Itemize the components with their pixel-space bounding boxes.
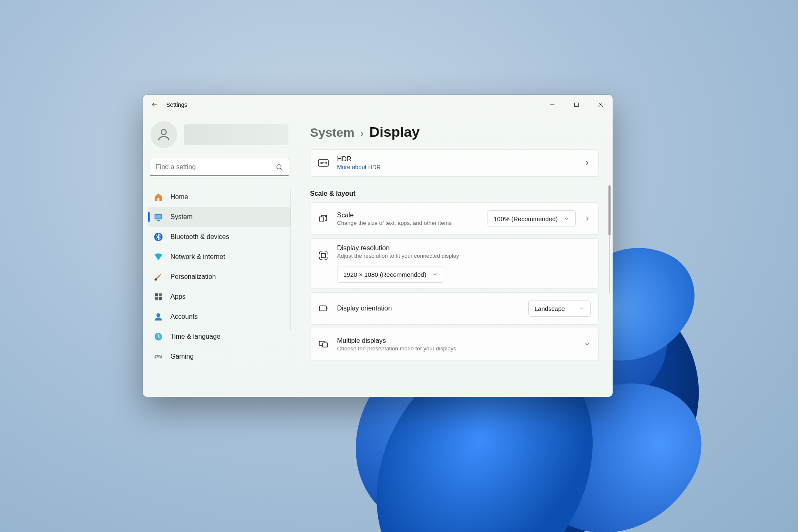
svg-point-14 [159, 356, 160, 357]
orientation-dropdown[interactable]: Landscape [528, 300, 591, 317]
person-icon [156, 127, 171, 142]
orientation-value: Landscape [534, 305, 565, 312]
svg-text:HDR: HDR [320, 161, 327, 165]
svg-rect-4 [155, 215, 162, 219]
chevron-right-icon [584, 215, 591, 222]
sidebar: Home System Bluetooth & devices Network … [143, 115, 296, 397]
svg-rect-18 [320, 217, 324, 221]
scale-value: 100% (Recommended) [494, 215, 558, 222]
hdr-link[interactable]: More about HDR [337, 164, 576, 170]
arrow-left-icon [151, 101, 158, 108]
resolution-value: 1920 × 1080 (Recommended) [343, 271, 426, 278]
chevron-right-icon: › [360, 128, 364, 139]
wifi-icon [154, 252, 163, 261]
svg-point-1 [161, 130, 166, 135]
scale-dropdown[interactable]: 100% (Recommended) [488, 210, 576, 227]
hdr-card[interactable]: HDR HDR More about HDR [310, 149, 598, 177]
sidebar-item-label: Personalization [170, 273, 216, 281]
close-button[interactable] [589, 95, 613, 115]
maximize-button[interactable] [564, 95, 589, 115]
svg-rect-22 [323, 343, 328, 347]
svg-rect-9 [159, 293, 162, 296]
profile-name-redacted [184, 124, 288, 145]
svg-point-7 [155, 278, 157, 281]
multiple-displays-subtitle: Choose the presentation mode for your di… [337, 345, 576, 352]
hdr-title: HDR [337, 155, 576, 163]
app-title: Settings [166, 101, 187, 108]
close-icon [598, 102, 603, 107]
profile-section[interactable] [148, 119, 291, 155]
sidebar-item-network[interactable]: Network & internet [148, 247, 291, 267]
hdr-icon: HDR [318, 158, 329, 168]
brush-icon [154, 272, 163, 281]
home-icon [154, 192, 163, 202]
svg-rect-0 [575, 103, 579, 107]
chevron-down-icon [584, 341, 591, 347]
multiple-displays-title: Multiple displays [337, 337, 576, 345]
sidebar-item-personalization[interactable]: Personalization [148, 267, 291, 287]
sidebar-item-system[interactable]: System [148, 207, 291, 227]
svg-rect-8 [155, 293, 158, 296]
scale-subtitle: Change the size of text, apps, and other… [337, 220, 479, 226]
svg-rect-10 [155, 297, 158, 300]
system-icon [154, 212, 163, 222]
svg-point-12 [156, 313, 160, 317]
sidebar-item-home[interactable]: Home [148, 187, 291, 207]
page-title: Display [369, 124, 420, 140]
svg-point-15 [160, 355, 161, 356]
sidebar-item-bluetooth[interactable]: Bluetooth & devices [148, 227, 291, 247]
orientation-icon [318, 303, 329, 314]
scale-icon [318, 213, 329, 224]
back-button[interactable] [150, 101, 159, 109]
sidebar-item-time-language[interactable]: Time & language [148, 327, 291, 347]
search-icon [276, 163, 283, 171]
titlebar: Settings [143, 95, 613, 115]
scrollbar[interactable] [609, 185, 610, 293]
sidebar-item-apps[interactable]: Apps [148, 287, 291, 307]
resolution-subtitle: Adjust the resolution to fit your connec… [337, 253, 591, 259]
minimize-icon [550, 102, 555, 107]
sidebar-item-label: Accounts [170, 313, 198, 320]
multiple-displays-icon [318, 339, 329, 350]
resolution-title: Display resolution [337, 244, 591, 252]
sidebar-item-label: Apps [170, 293, 185, 300]
chevron-down-icon [432, 271, 438, 277]
sidebar-item-accounts[interactable]: Accounts [148, 307, 291, 327]
sidebar-item-label: Home [170, 193, 188, 201]
svg-point-2 [277, 165, 281, 169]
sidebar-item-label: Network & internet [170, 253, 225, 261]
orientation-title: Display orientation [337, 305, 520, 312]
apps-icon [154, 292, 163, 301]
chevron-down-icon [564, 216, 569, 222]
svg-rect-11 [159, 297, 162, 300]
sidebar-item-label: System [170, 213, 192, 221]
breadcrumb: System › Display [310, 124, 598, 140]
scale-title: Scale [337, 212, 479, 219]
sidebar-item-label: Bluetooth & devices [170, 233, 229, 241]
resolution-row: Display resolution Adjust the resolution… [310, 238, 598, 289]
clock-globe-icon [154, 332, 163, 341]
resolution-dropdown[interactable]: 1920 × 1080 (Recommended) [337, 266, 444, 283]
bluetooth-icon [154, 232, 163, 241]
settings-window: Settings [143, 95, 613, 397]
svg-rect-19 [321, 254, 325, 258]
resolution-icon [318, 250, 329, 261]
chevron-right-icon [584, 160, 591, 166]
multiple-displays-row[interactable]: Multiple displays Choose the presentatio… [310, 328, 598, 360]
sidebar-item-gaming[interactable]: Gaming [148, 347, 291, 367]
minimize-button[interactable] [540, 95, 564, 115]
maximize-icon [574, 102, 579, 107]
chevron-down-icon [579, 305, 584, 311]
sidebar-item-label: Gaming [170, 353, 194, 360]
svg-rect-5 [157, 220, 160, 221]
gamepad-icon [154, 352, 163, 361]
sidebar-item-label: Time & language [170, 333, 220, 340]
main-content: System › Display HDR HDR More about HDR … [296, 115, 613, 397]
accounts-icon [154, 312, 163, 321]
breadcrumb-parent[interactable]: System [310, 126, 355, 140]
search-box[interactable] [150, 158, 289, 176]
scale-row[interactable]: Scale Change the size of text, apps, and… [310, 202, 598, 235]
search-input[interactable] [156, 163, 276, 171]
orientation-row: Display orientation Landscape [310, 292, 598, 325]
section-scale-layout: Scale & layout [310, 190, 598, 197]
